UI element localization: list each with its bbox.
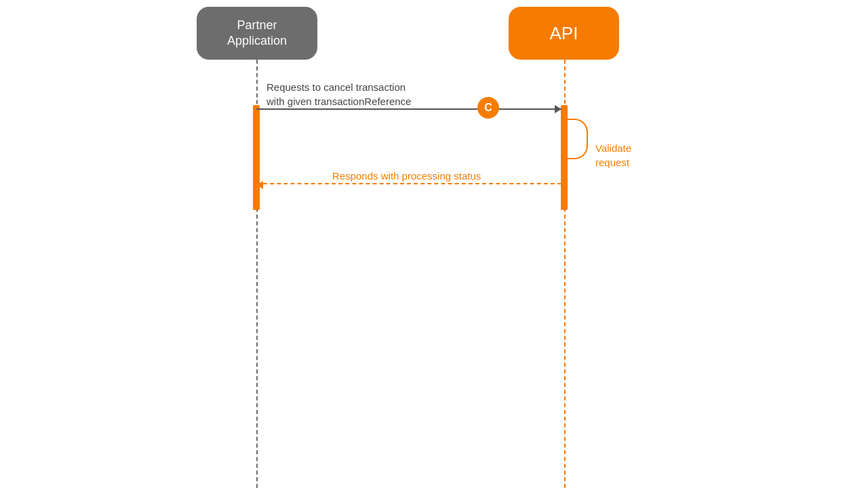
validate-label: Validate request [595,141,631,169]
request-arrow [256,108,561,110]
response-label: Responds with processing status [332,169,481,183]
sequence-diagram: Partner Application API C Requests to ca… [0,0,868,488]
actor-partner: Partner Application [197,7,317,60]
actor-partner-label: Partner Application [227,18,287,49]
self-loop-api [568,119,588,159]
activation-bar-partner [253,105,260,210]
request-label: Requests to cancel transaction with give… [267,80,411,108]
actor-api-label: API [550,23,578,44]
actor-api: API [509,7,619,60]
badge-c: C [477,97,499,119]
response-arrow [256,183,561,184]
activation-bar-api [561,105,568,210]
